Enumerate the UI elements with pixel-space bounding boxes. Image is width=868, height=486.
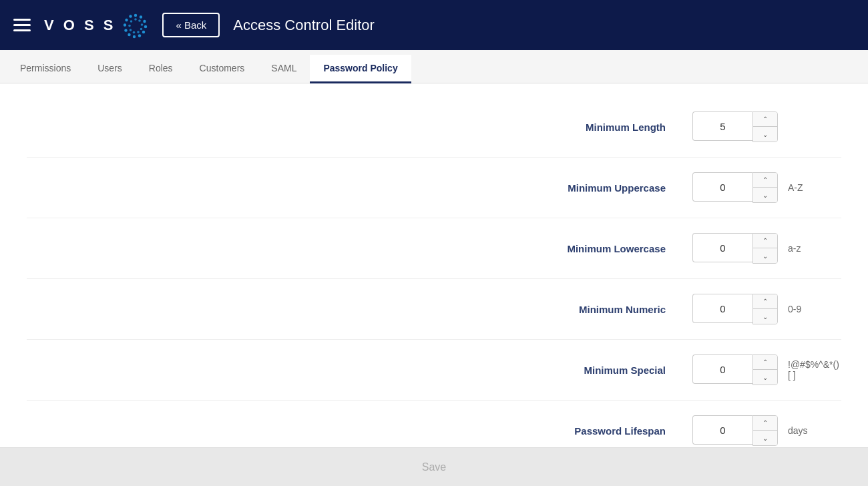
tab-password-policy[interactable]: Password Policy	[310, 55, 411, 83]
field-label-password-lifespan: Password Lifespan	[492, 425, 666, 437]
decrement-password-lifespan[interactable]: ⌄	[753, 431, 777, 445]
svg-point-5	[138, 34, 141, 37]
form-row-min-numeric: Minimum Numeric ⌃ ⌄ 0-9	[27, 279, 841, 340]
hint-min-uppercase: A-Z	[788, 182, 841, 193]
increment-min-lowercase[interactable]: ⌃	[753, 234, 777, 248]
field-label-min-uppercase: Minimum Uppercase	[492, 182, 666, 194]
decrement-min-numeric[interactable]: ⌄	[753, 309, 777, 324]
svg-point-9	[124, 23, 126, 26]
spinner-btns-password-lifespan: ⌃ ⌄	[752, 415, 778, 446]
hint-min-special: !@#$%^&*()[ ]	[788, 359, 841, 381]
decrement-min-uppercase[interactable]: ⌄	[753, 188, 777, 202]
tab-customers[interactable]: Customers	[186, 55, 258, 83]
spinner-btns-min-numeric: ⌃ ⌄	[752, 294, 778, 324]
main-content: Minimum Length ⌃ ⌄ Minimum Uppercase ⌃ ⌄…	[0, 83, 868, 486]
tab-permissions[interactable]: Permissions	[7, 55, 84, 83]
svg-point-19	[129, 24, 132, 27]
svg-point-4	[142, 30, 145, 33]
save-bar: Save	[0, 447, 868, 486]
tab-users[interactable]: Users	[84, 55, 136, 83]
increment-password-lifespan[interactable]: ⌃	[753, 416, 777, 431]
svg-point-16	[138, 31, 140, 33]
decrement-min-lowercase[interactable]: ⌄	[753, 248, 777, 263]
spinner-password-lifespan: ⌃ ⌄	[692, 415, 778, 446]
svg-point-11	[130, 15, 132, 17]
spinner-min-lowercase: ⌃ ⌄	[692, 233, 778, 264]
form-row-min-uppercase: Minimum Uppercase ⌃ ⌄ A-Z	[27, 158, 841, 218]
increment-min-special[interactable]: ⌃	[753, 355, 777, 370]
svg-point-6	[133, 35, 136, 37]
input-min-lowercase[interactable]	[692, 233, 752, 262]
input-min-numeric[interactable]	[692, 294, 752, 323]
logo: V O S S	[44, 12, 149, 39]
spinner-btns-min-uppercase: ⌃ ⌄	[752, 172, 778, 203]
input-min-special[interactable]	[692, 354, 752, 384]
svg-point-15	[140, 27, 143, 30]
logo-icon	[122, 12, 149, 39]
spinner-min-numeric: ⌃ ⌄	[692, 294, 778, 324]
svg-point-18	[130, 29, 132, 31]
back-button[interactable]: « Back	[162, 13, 220, 37]
form-row-min-length: Minimum Length ⌃ ⌄	[27, 97, 841, 158]
spinner-btns-min-length: ⌃ ⌄	[752, 111, 778, 142]
form-row-min-special: Minimum Special ⌃ ⌄ !@#$%^&*()[ ]	[27, 340, 841, 401]
svg-point-7	[128, 33, 131, 35]
svg-point-8	[125, 29, 128, 31]
spinner-min-length: ⌃ ⌄	[692, 111, 778, 142]
field-label-min-numeric: Minimum Numeric	[492, 304, 666, 315]
field-label-min-length: Minimum Length	[492, 121, 666, 133]
svg-point-12	[135, 18, 138, 21]
hint-min-lowercase: a-z	[788, 243, 841, 254]
svg-point-13	[139, 19, 142, 22]
form-row-min-lowercase: Minimum Lowercase ⌃ ⌄ a-z	[27, 218, 841, 279]
form-area: Minimum Length ⌃ ⌄ Minimum Uppercase ⌃ ⌄…	[0, 83, 868, 447]
field-label-min-special: Minimum Special	[492, 364, 666, 376]
hamburger-menu[interactable]	[13, 19, 31, 31]
svg-point-3	[144, 25, 147, 27]
tab-saml[interactable]: SAML	[258, 55, 310, 83]
field-label-min-lowercase: Minimum Lowercase	[492, 243, 666, 254]
svg-point-2	[144, 19, 146, 22]
hint-password-lifespan: days	[788, 425, 841, 436]
spinner-btns-min-lowercase: ⌃ ⌄	[752, 233, 778, 264]
app-header: V O S S « Back Access	[0, 0, 868, 50]
tab-bar: Permissions Users Roles Customers SAML P…	[0, 50, 868, 83]
form-row-password-lifespan: Password Lifespan ⌃ ⌄ days	[27, 401, 841, 447]
spinner-min-special: ⌃ ⌄	[692, 354, 778, 385]
increment-min-uppercase[interactable]: ⌃	[753, 173, 777, 188]
tab-roles[interactable]: Roles	[136, 55, 186, 83]
svg-point-17	[133, 31, 136, 33]
svg-point-20	[130, 20, 133, 23]
increment-min-numeric[interactable]: ⌃	[753, 294, 777, 309]
svg-point-14	[141, 23, 144, 26]
input-password-lifespan[interactable]	[692, 415, 752, 445]
logo-text: V O S S	[44, 17, 116, 34]
input-min-uppercase[interactable]	[692, 172, 752, 202]
svg-point-10	[126, 18, 128, 21]
spinner-min-uppercase: ⌃ ⌄	[692, 172, 778, 203]
svg-point-0	[134, 13, 137, 16]
increment-min-length[interactable]: ⌃	[753, 112, 777, 127]
spinner-btns-min-special: ⌃ ⌄	[752, 354, 778, 385]
decrement-min-length[interactable]: ⌄	[753, 127, 777, 142]
page-title: Access Control Editor	[233, 17, 375, 34]
save-button[interactable]: Save	[395, 455, 473, 480]
input-min-length[interactable]	[692, 111, 752, 141]
svg-point-1	[140, 15, 142, 18]
hint-min-numeric: 0-9	[788, 304, 841, 314]
decrement-min-special[interactable]: ⌄	[753, 370, 777, 385]
